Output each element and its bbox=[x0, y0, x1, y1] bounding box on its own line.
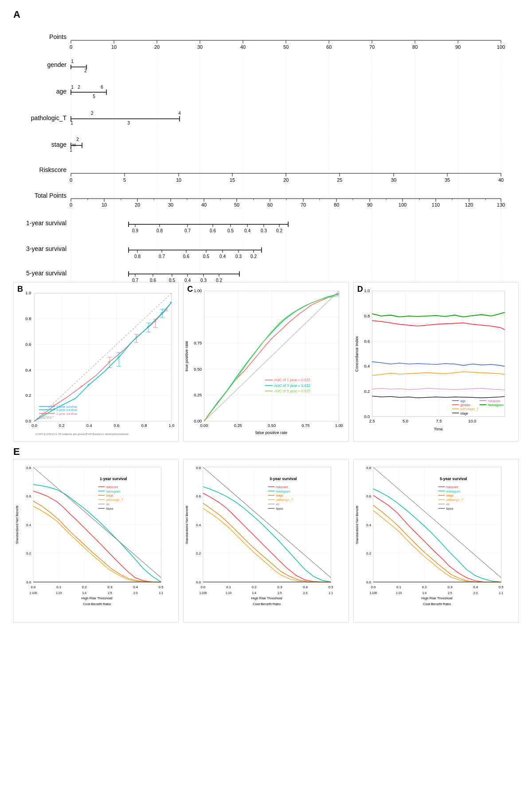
svg-text:1:10: 1:10 bbox=[226, 591, 231, 594]
panel-e3: 0.0 0.2 0.4 0.6 0.8 0.0 0.1 0.2 0.3 0.4 … bbox=[353, 459, 519, 623]
svg-text:4: 4 bbox=[178, 111, 181, 116]
panel-e-label: E bbox=[13, 446, 519, 458]
svg-text:0.4: 0.4 bbox=[473, 585, 478, 589]
total-points-axis: Total Points 0 10 20 30 40 50 60 70 bbox=[35, 192, 505, 207]
svg-text:0.0: 0.0 bbox=[201, 585, 206, 589]
svg-text:90: 90 bbox=[367, 202, 372, 207]
panel-d-label: D bbox=[357, 285, 363, 294]
svg-text:0.00: 0.00 bbox=[194, 419, 202, 423]
svg-text:0.0: 0.0 bbox=[366, 580, 372, 584]
svg-text:riskscore: riskscore bbox=[276, 485, 288, 489]
svg-text:High Risk Threshold: High Risk Threshold bbox=[251, 596, 282, 600]
svg-text:80: 80 bbox=[334, 202, 339, 207]
svg-text:0.8: 0.8 bbox=[156, 228, 163, 233]
svg-text:30: 30 bbox=[391, 177, 396, 183]
svg-text:1: 1 bbox=[70, 121, 73, 125]
svg-text:pathologic_T: pathologic_T bbox=[446, 498, 464, 502]
svg-text:2: 2 bbox=[76, 137, 79, 142]
svg-text:riskscore: riskscore bbox=[106, 485, 118, 489]
5year-survival-row: 5-year survival 0.7 0.6 0.5 0.4 0.3 0.2 bbox=[26, 270, 239, 282]
svg-text:0.2: 0.2 bbox=[250, 254, 257, 259]
svg-text:0.8: 0.8 bbox=[364, 314, 370, 318]
svg-line-250 bbox=[204, 291, 339, 421]
svg-text:0.4: 0.4 bbox=[184, 278, 191, 282]
svg-text:2: 2 bbox=[91, 111, 94, 116]
panel-a-label: A bbox=[13, 9, 20, 20]
panel-d-svg: 0.0 0.2 0.4 0.6 0.8 1.0 2.5 5.0 7.5 10.0… bbox=[354, 282, 518, 441]
svg-text:1:1: 1:1 bbox=[329, 591, 333, 594]
svg-text:0.6: 0.6 bbox=[366, 494, 371, 498]
panel-c-svg: 0.00 0.25 0.50 0.75 1.00 0.00 0.25 0.50 … bbox=[184, 282, 348, 441]
svg-text:30: 30 bbox=[197, 44, 203, 50]
panel-b-svg: 0.0 0.2 0.4 0.6 0.8 1.0 0.0 0.2 0.4 0.6 … bbox=[14, 282, 178, 441]
svg-text:gender: gender bbox=[47, 61, 66, 68]
svg-text:10: 10 bbox=[176, 177, 181, 183]
svg-text:0.4: 0.4 bbox=[366, 523, 372, 527]
svg-text:stage: stage bbox=[460, 411, 468, 415]
svg-text:Cost:Benefit Ratio: Cost:Benefit Ratio bbox=[253, 602, 282, 606]
svg-text:Riskscore: Riskscore bbox=[39, 166, 67, 173]
svg-text:0.7: 0.7 bbox=[184, 228, 191, 233]
panel-d: D 0.0 0.2 0.4 0.6 0.8 1.0 bbox=[353, 282, 519, 442]
svg-text:5-year survival: 5-year survival bbox=[440, 477, 467, 481]
svg-text:3-year survival: 3-year survival bbox=[270, 477, 297, 481]
svg-text:110: 110 bbox=[432, 202, 440, 207]
svg-text:10.0: 10.0 bbox=[468, 419, 476, 423]
svg-text:1.0: 1.0 bbox=[168, 423, 174, 428]
svg-text:1:100: 1:100 bbox=[369, 591, 377, 594]
svg-text:0.0: 0.0 bbox=[371, 585, 376, 589]
svg-text:0.6: 0.6 bbox=[114, 423, 120, 428]
svg-text:1-year survival: 1-year survival bbox=[56, 412, 77, 416]
svg-text:2.5: 2.5 bbox=[369, 419, 375, 423]
svg-text:0.4: 0.4 bbox=[133, 585, 138, 589]
age-row: age 1 2 5 6 bbox=[56, 85, 106, 99]
svg-text:0.3: 0.3 bbox=[261, 228, 267, 233]
svg-text:0.2: 0.2 bbox=[422, 585, 427, 589]
svg-text:20: 20 bbox=[135, 202, 140, 207]
svg-text:Time: Time bbox=[434, 427, 442, 431]
svg-text:W: W bbox=[72, 143, 76, 147]
svg-rect-301 bbox=[33, 467, 161, 582]
svg-text:0.3: 0.3 bbox=[447, 585, 452, 589]
svg-text:0.8: 0.8 bbox=[366, 466, 371, 470]
svg-text:Total Points: Total Points bbox=[35, 192, 66, 199]
panel-e-container: E 0.0 0.2 0.4 bbox=[13, 446, 519, 623]
svg-text:stage: stage bbox=[446, 494, 454, 497]
svg-text:0.6: 0.6 bbox=[150, 278, 156, 282]
svg-text:0.0: 0.0 bbox=[31, 423, 37, 428]
svg-text:High Risk Threshold: High Risk Threshold bbox=[421, 596, 452, 600]
svg-text:0.5: 0.5 bbox=[159, 585, 164, 589]
svg-text:nomogram: nomogram bbox=[276, 490, 290, 493]
svg-line-190 bbox=[34, 293, 171, 421]
svg-text:0.4: 0.4 bbox=[303, 585, 308, 589]
svg-text:0.50: 0.50 bbox=[194, 367, 202, 372]
svg-text:5.0: 5.0 bbox=[403, 419, 408, 423]
svg-text:×: × bbox=[169, 300, 172, 305]
svg-text:riskscore: riskscore bbox=[488, 399, 501, 403]
svg-text:0.7: 0.7 bbox=[159, 254, 165, 259]
svg-text:50: 50 bbox=[234, 202, 239, 207]
svg-text:1:4: 1:4 bbox=[82, 591, 87, 594]
svg-text:age: age bbox=[56, 88, 67, 95]
svg-text:0.0: 0.0 bbox=[26, 580, 31, 584]
svg-text:0.2: 0.2 bbox=[59, 423, 65, 428]
svg-text:2:3: 2:3 bbox=[133, 591, 138, 594]
svg-text:1.00: 1.00 bbox=[194, 289, 202, 293]
svg-text:40: 40 bbox=[498, 177, 504, 183]
svg-text:20: 20 bbox=[154, 44, 160, 50]
svg-text:riskscore: riskscore bbox=[446, 485, 458, 489]
svg-text:0.1: 0.1 bbox=[227, 585, 231, 589]
svg-text:0.2: 0.2 bbox=[216, 278, 222, 282]
svg-text:1-year survival: 1-year survival bbox=[100, 477, 127, 481]
svg-text:Cost:Benefit Ratio: Cost:Benefit Ratio bbox=[423, 602, 451, 606]
svg-text:gender: gender bbox=[460, 403, 470, 407]
svg-text:All: All bbox=[106, 503, 110, 506]
svg-text:0.5: 0.5 bbox=[203, 254, 209, 259]
svg-text:Cost:Benefit Ratio: Cost:Benefit Ratio bbox=[83, 602, 111, 606]
svg-text:0.5: 0.5 bbox=[329, 585, 334, 589]
svg-line-375 bbox=[203, 467, 331, 578]
svg-text:AUC of 5 year = 0.607: AUC of 5 year = 0.607 bbox=[274, 389, 311, 393]
svg-text:1.0: 1.0 bbox=[364, 289, 370, 293]
figure-container: A text { font-family: Arial, sans-serif;… bbox=[0, 0, 532, 632]
svg-text:0.4: 0.4 bbox=[244, 228, 250, 233]
